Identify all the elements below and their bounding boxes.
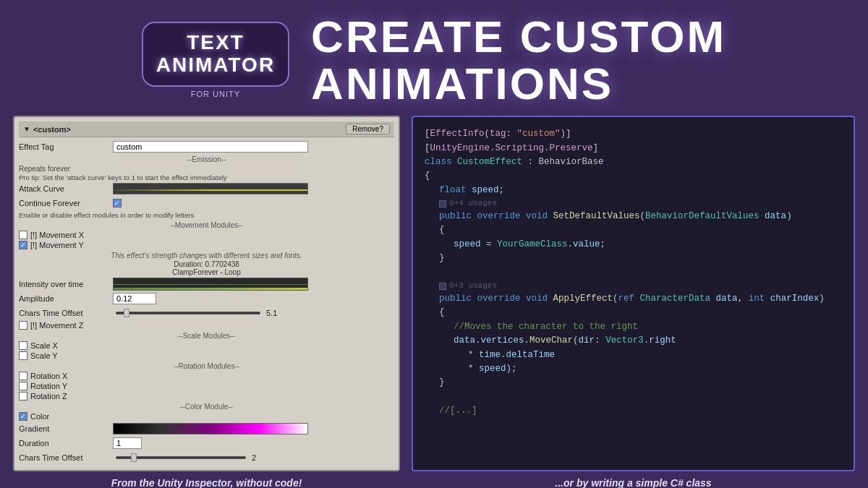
code-line-10: public override void ApplyEffect(ref Cha…: [425, 292, 842, 306]
scale-x-row: Scale X: [19, 341, 394, 350]
chars-time-slider[interactable]: [116, 312, 260, 314]
headline-line1: CREATE CUSTOM: [311, 13, 726, 60]
chars-offset2-label: Chars Time Offset: [19, 453, 113, 462]
scale-y-row: Scale Y: [19, 351, 394, 360]
code-line-blank1: [425, 266, 842, 280]
scale-y-checkbox[interactable]: [19, 351, 27, 360]
intensity-row: Intensity over time: [19, 278, 394, 291]
scale-y-label: Scale Y: [30, 351, 58, 360]
code-usages-1: 0+4 usages: [425, 197, 842, 210]
rotation-z-row: Rotation Z: [19, 392, 394, 401]
attack-curve-row: Attack Curve: [19, 182, 394, 195]
movement-x-label: [!] Movement X: [30, 231, 84, 239]
arrow-icon: ▼: [23, 125, 30, 133]
code-line-13: data.vertices.MoveChar(dir: Vector3.righ…: [425, 334, 842, 348]
intensity-bar: [113, 278, 308, 291]
captions: From the Unity Inspector, without code! …: [0, 471, 868, 488]
intensity-fill: [114, 288, 307, 290]
continue-forever-label: Continue Forever: [19, 199, 113, 207]
code-line-7: {: [425, 223, 842, 237]
code-line-11: {: [425, 306, 842, 320]
intensity-label: Intensity over time: [19, 280, 113, 288]
scale-x-checkbox[interactable]: [19, 341, 27, 350]
movement-y-row: [!] Movement Y: [19, 241, 394, 249]
movement-x-row: [!] Movement X: [19, 231, 394, 239]
logo-box: TEXT ANIMATOR: [142, 22, 289, 87]
inspector-panel: ▼ <custom> Remove? Effect Tag --Emission…: [13, 116, 400, 471]
rotation-modules-label: --Rotation Modules--: [19, 362, 394, 370]
continue-forever-row: Continue Forever: [19, 197, 394, 210]
logo-for-unity: FOR UNITY: [191, 90, 240, 98]
code-panel: [EffectInfo(tag: "custom")] [UnityEngine…: [412, 116, 855, 471]
chars-time-value: 5.1: [266, 309, 277, 317]
attack-curve-bar: [113, 183, 308, 194]
rotation-x-label: Rotation X: [30, 372, 67, 380]
effect-tag-row: Effect Tag: [19, 140, 394, 153]
rotation-z-label: Rotation Z: [30, 392, 67, 401]
curve-line: [114, 189, 307, 191]
movement-z-checkbox[interactable]: [19, 321, 27, 330]
header: TEXT ANIMATOR FOR UNITY CREATE CUSTOM AN…: [0, 0, 868, 114]
scale-x-label: Scale X: [30, 341, 58, 350]
code-line-2: [UnityEngine.Scripting.Preserve]: [425, 142, 842, 155]
code-line-blank2: [425, 390, 842, 404]
rotation-y-label: Rotation Y: [30, 382, 67, 390]
color-label: Color: [30, 412, 49, 421]
modules-note: Enable or disable effect modules in orde…: [19, 211, 394, 219]
strength-note: This effect's strength changes with diff…: [19, 252, 394, 260]
attack-curve-label: Attack Curve: [19, 184, 113, 193]
movement-z-label: [!] Movement Z: [30, 321, 83, 330]
code-line-15: * speed);: [425, 362, 842, 376]
amplitude-label: Amplitude: [19, 294, 113, 303]
rotation-z-checkbox[interactable]: [19, 392, 27, 401]
chars-time-row: Chars Time Offset 5.1: [19, 307, 394, 320]
color-row: Color: [19, 412, 394, 421]
duration-label: Duration: [19, 439, 113, 448]
chars-time-label: Chars Time Offset: [19, 309, 113, 317]
remove-button[interactable]: Remove?: [346, 124, 390, 134]
code-line-5: float speed;: [425, 184, 842, 197]
headline: CREATE CUSTOM ANIMATIONS: [311, 13, 726, 107]
repeats-forever: Repeats forever: [19, 165, 394, 173]
chars-offset2-slider[interactable]: [116, 456, 246, 459]
code-line-14: * time.deltaTime: [425, 348, 842, 362]
chars-offset2-thumb: [131, 453, 137, 462]
effect-tag-input[interactable]: [113, 141, 308, 153]
inspector-title: <custom>: [33, 125, 71, 134]
code-usages-2: 0+3 usages: [425, 280, 842, 292]
chars-offset2-value: 2: [252, 453, 256, 462]
rotation-y-row: Rotation Y: [19, 382, 394, 390]
duration-input[interactable]: [113, 437, 142, 449]
gradient-bar[interactable]: [113, 423, 308, 435]
code-line-16: }: [425, 376, 842, 390]
inspector-header: ▼ <custom> Remove?: [19, 121, 394, 137]
headline-line2: ANIMATIONS: [311, 60, 726, 107]
gradient-label: Gradient: [19, 424, 113, 433]
code-line-17: //[...]: [425, 404, 842, 418]
code-line-12: //Moves the character to the right: [425, 320, 842, 334]
pro-tip: Pro tip: Set the 'attack curve' keys to …: [19, 174, 394, 181]
logo-text-main: TEXT ANIMATOR: [156, 32, 275, 77]
caption-left: From the Unity Inspector, without code!: [13, 477, 400, 488]
movement-x-checkbox[interactable]: [19, 231, 27, 239]
color-checkbox[interactable]: [19, 412, 27, 421]
code-line-4: {: [425, 169, 842, 183]
movement-z-row: [!] Movement Z: [19, 321, 394, 330]
rotation-x-row: Rotation X: [19, 372, 394, 380]
code-line-6: public override void SetDefaultValues(Be…: [425, 210, 842, 223]
color-module-label: --Color Module--: [19, 403, 394, 411]
scale-modules-label: --Scale Modules--: [19, 332, 394, 340]
code-line-3: class CustomEffect : BehaviorBase: [425, 155, 842, 169]
movement-y-checkbox[interactable]: [19, 241, 27, 249]
duration-note: Duration: 0.7702438 ClampForever - Loop: [19, 260, 394, 276]
caption-right: ...or by writing a simple C# class: [412, 477, 855, 488]
movement-y-label: [!] Movement Y: [30, 241, 84, 249]
amplitude-input[interactable]: [113, 293, 156, 304]
rotation-x-checkbox[interactable]: [19, 372, 27, 380]
code-line-1: [EffectInfo(tag: "custom")]: [425, 127, 842, 141]
main-panels: ▼ <custom> Remove? Effect Tag --Emission…: [0, 116, 868, 471]
rotation-y-checkbox[interactable]: [19, 382, 27, 390]
code-line-9: }: [425, 252, 842, 265]
continue-forever-checkbox[interactable]: [113, 199, 122, 207]
effect-tag-label: Effect Tag: [19, 142, 113, 151]
